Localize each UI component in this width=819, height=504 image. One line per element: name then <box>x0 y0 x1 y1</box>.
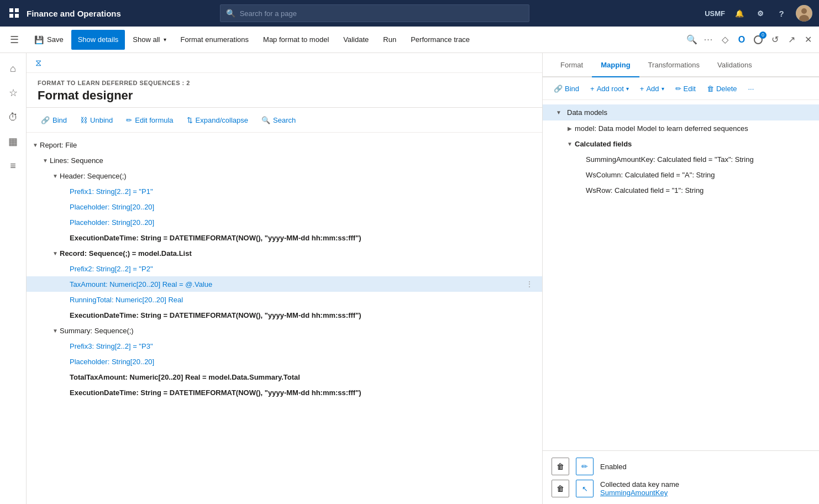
toolbar-badge-button[interactable]: 0 <box>752 33 765 46</box>
toolbar-diamond-icon[interactable]: ◇ <box>718 33 732 46</box>
toolbar-more-button[interactable]: ··· <box>702 33 715 46</box>
delete-collected-button[interactable]: 🗑 <box>552 480 569 497</box>
show-all-button[interactable]: Show all ▾ <box>126 30 172 50</box>
model-item-summing-amount-key[interactable]: SummingAmountKey: Calculated field = "Ta… <box>543 151 819 167</box>
chevron-down-icon: ▾ <box>662 86 664 92</box>
tree-item-running-total[interactable]: RunningTotal: Numeric[20..20] Real <box>27 292 542 307</box>
tab-format[interactable]: Format <box>552 53 592 77</box>
svg-rect-0 <box>9 8 13 12</box>
tree-item-placeholder1[interactable]: Placeholder: String[20..20] <box>27 199 542 214</box>
filter-icon[interactable]: ⧖ <box>35 58 41 68</box>
hamburger-icon: ☰ <box>10 34 19 46</box>
right-panel-tabs: FormatMappingTransformationsValidations <box>543 53 819 77</box>
tree-item-lines-sequence[interactable]: ▼Lines: Sequence <box>27 153 542 168</box>
refresh-button[interactable]: ↺ <box>768 33 781 46</box>
svg-rect-1 <box>15 8 19 12</box>
model-item-data-models[interactable]: ▼Data models <box>543 104 819 120</box>
model-item-ws-row[interactable]: WsRow: Calculated field = "1": String <box>543 182 819 198</box>
add-button[interactable]: + Add ▾ <box>636 81 669 96</box>
tree-item-total-tax[interactable]: TotalTaxAmount: Numeric[20..20] Real = m… <box>27 369 542 385</box>
tree-item-label: TaxAmount: Numeric[20..20] Real = @.Valu… <box>70 280 523 288</box>
edit-button[interactable]: ✏ Edit <box>671 81 700 96</box>
tab-mapping[interactable]: Mapping <box>592 53 639 77</box>
tree-item-prefix2[interactable]: Prefix2: String[2..2] = "P2" <box>27 261 542 276</box>
sidebar-toggle-button[interactable]: ☰ <box>4 30 24 50</box>
sidebar-item-recent[interactable]: ⏱ <box>2 106 24 128</box>
edit-formula-button[interactable]: ✏ Edit formula <box>120 112 179 128</box>
sidebar-item-favorites[interactable]: ☆ <box>2 82 24 104</box>
run-button[interactable]: Run <box>376 30 403 50</box>
edit-enabled-button[interactable]: ✏ <box>576 458 594 475</box>
nav-right: USMF 🔔 ⚙ ? <box>705 5 812 22</box>
bind-button[interactable]: 🔗 Bind <box>35 112 72 128</box>
model-item-label: SummingAmountKey: Calculated field = "Ta… <box>586 155 754 164</box>
tree-arrow <box>61 202 70 211</box>
delete-button[interactable]: 🗑 Delete <box>702 81 742 96</box>
pencil-icon: ✏ <box>675 85 681 93</box>
delete-enabled-button[interactable]: 🗑 <box>552 458 569 475</box>
tab-validations[interactable]: Validations <box>708 53 761 77</box>
tree-item-prefix3[interactable]: Prefix3: String[2..2] = "P3" <box>27 338 542 354</box>
model-item-model-deferred[interactable]: ▶model: Data model Model to learn deferr… <box>543 120 819 136</box>
tree-arrow <box>61 388 70 397</box>
tree-item-header-sequence[interactable]: ▼Header: Sequence(;) <box>27 168 542 183</box>
tree-item-label: Prefix2: String[2..2] = "P2" <box>70 265 533 273</box>
tree-arrow <box>61 357 70 366</box>
toolbar-office-icon[interactable]: O <box>735 33 748 46</box>
sidebar-item-workspaces[interactable]: ▦ <box>2 130 24 153</box>
settings-button[interactable]: ⚙ <box>754 7 767 20</box>
map-format-to-model-button[interactable]: Map format to model <box>256 30 335 50</box>
search-button[interactable]: 🔍 Search <box>256 112 301 128</box>
edit-collected-button[interactable]: ↖ <box>576 480 594 497</box>
tree-item-label: Placeholder: String[20..20] <box>70 358 533 366</box>
search-placeholder: Search for a page <box>240 9 297 18</box>
notifications-button[interactable]: 🔔 <box>733 7 746 20</box>
model-item-ws-column[interactable]: WsColumn: Calculated field = "A": String <box>543 167 819 182</box>
map-format-to-model-label: Map format to model <box>263 35 329 44</box>
close-button[interactable]: ✕ <box>801 33 815 46</box>
tree-item-exec-datetime3[interactable]: ExecutionDateTime: String = DATETIMEFORM… <box>27 385 542 400</box>
tree-item-label: RunningTotal: Numeric[20..20] Real <box>70 296 533 304</box>
show-details-button[interactable]: Show details <box>71 30 125 50</box>
cursor-icon: ↖ <box>582 485 588 493</box>
plus-icon: + <box>590 85 595 93</box>
global-search[interactable]: 🔍 Search for a page <box>220 4 529 22</box>
save-button[interactable]: 💾 Save <box>28 30 70 50</box>
app-title: Finance and Operations <box>27 9 121 18</box>
tree-item-record-sequence[interactable]: ▼Record: Sequence(;) = model.Data.List <box>27 245 542 261</box>
tree-item-summary-sequence[interactable]: ▼Summary: Sequence(;) <box>27 323 542 338</box>
tree-item-exec-datetime1[interactable]: ExecutionDateTime: String = DATETIMEFORM… <box>27 230 542 245</box>
validate-label: Validate <box>343 35 369 44</box>
model-item-calculated-fields[interactable]: ▼Calculated fields <box>543 136 819 151</box>
tree-arrow <box>61 233 70 242</box>
sidebar-item-home[interactable]: ⌂ <box>2 57 24 80</box>
tree-item-placeholder3[interactable]: Placeholder: String[20..20] <box>27 354 542 369</box>
enabled-row: 🗑 ✏ Enabled <box>552 458 810 475</box>
validate-button[interactable]: Validate <box>337 30 375 50</box>
tree-arrow <box>61 264 70 273</box>
performance-trace-button[interactable]: Performance trace <box>404 30 476 50</box>
tree-item-placeholder2[interactable]: Placeholder: String[20..20] <box>27 214 542 230</box>
tree-item-tax-amount[interactable]: TaxAmount: Numeric[20..20] Real = @.Valu… <box>27 276 542 292</box>
external-link-button[interactable]: ↗ <box>785 33 798 46</box>
app-grid-icon[interactable] <box>7 6 22 21</box>
user-avatar[interactable] <box>796 5 812 22</box>
format-enumerations-button[interactable]: Format enumerations <box>174 30 256 50</box>
sidebar-item-modules[interactable]: ≡ <box>2 155 24 177</box>
help-button[interactable]: ? <box>775 7 788 20</box>
show-all-dropdown[interactable]: Show all ▾ <box>126 30 172 50</box>
collected-key-amount: Amount <box>631 489 655 497</box>
unbind-button[interactable]: ⛓ Unbind <box>75 112 118 128</box>
toolbar-search-icon[interactable]: 🔍 <box>685 33 699 46</box>
svg-point-5 <box>801 8 807 14</box>
expand-collapse-button[interactable]: ⇅ Expand/collapse <box>181 112 254 128</box>
tree-item-exec-datetime2[interactable]: ExecutionDateTime: String = DATETIMEFORM… <box>27 307 542 323</box>
tree-item-prefix1[interactable]: Prefix1: String[2..2] = "P1" <box>27 183 542 199</box>
right-bind-button[interactable]: 🔗 Bind <box>549 81 584 96</box>
tree-item-report-file[interactable]: ▼Report: File <box>27 137 542 153</box>
tab-transformations[interactable]: Transformations <box>639 53 708 77</box>
add-root-button[interactable]: + Add root ▾ <box>586 81 633 96</box>
unlink-icon: ⛓ <box>80 116 87 124</box>
more-button[interactable]: ··· <box>744 81 759 96</box>
badge-count: 0 <box>759 32 767 39</box>
